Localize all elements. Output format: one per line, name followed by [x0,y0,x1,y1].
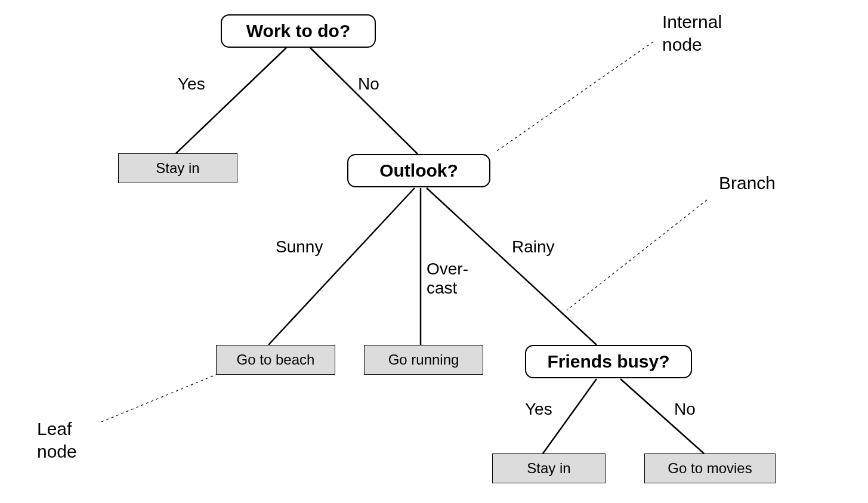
node-label: Friends busy? [547,351,669,372]
svg-line-1 [310,48,418,154]
node-label: Work to do? [246,21,350,41]
edge-label-no-1: No [358,75,379,94]
edge-label-yes-1: Yes [178,75,205,94]
svg-line-8 [567,200,707,310]
edge-label-sunny: Sunny [276,237,323,257]
svg-line-0 [176,48,286,153]
leaf-go-running: Go running [364,345,483,375]
leaf-label: Stay in [527,460,570,477]
node-work-to-do: Work to do? [221,14,376,48]
edge-label-yes-2: Yes [525,400,552,419]
leaf-go-to-beach: Go to beach [216,345,335,375]
leaf-label: Go to movies [668,460,752,477]
svg-line-7 [495,42,653,152]
edge-label-rainy: Rainy [512,237,555,257]
svg-line-2 [268,188,415,345]
leaf-label: Stay in [156,160,199,177]
node-outlook: Outlook? [347,154,490,187]
edges-layer [0,0,868,503]
annotation-leaf-node: Leaf node [37,418,77,462]
svg-line-9 [101,375,216,422]
decision-tree-diagram: Work to do? Outlook? Friends busy? Stay … [0,0,868,503]
leaf-go-to-movies: Go to movies [644,453,776,483]
annotation-branch: Branch [719,172,776,195]
leaf-label: Go running [388,351,459,368]
edge-label-overcast: Over- cast [427,260,468,298]
leaf-label: Go to beach [237,351,315,368]
node-friends-busy: Friends busy? [525,345,692,378]
leaf-stay-in-1: Stay in [118,153,237,183]
annotation-internal-node: Internal node [662,11,722,55]
edge-label-no-2: No [674,400,696,419]
leaf-stay-in-2: Stay in [492,453,606,483]
node-label: Outlook? [379,161,458,181]
